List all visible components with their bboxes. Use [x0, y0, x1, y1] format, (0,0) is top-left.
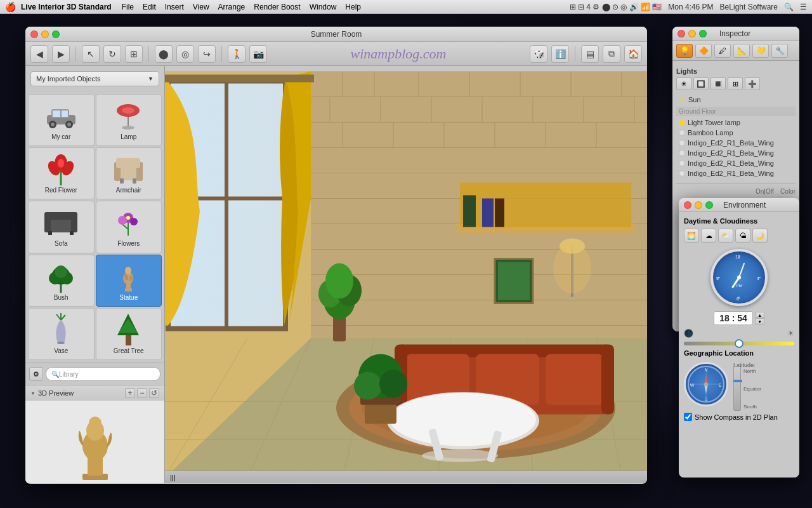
brightness-high-icon: ☀ — [787, 329, 794, 338]
light-item-3[interactable]: Indigo_Ed2_R1_Beta_Wing — [676, 148, 796, 158]
menu-help[interactable]: Help — [345, 3, 361, 11]
light-item-4[interactable]: Indigo_Ed2_R1_Beta_Wing — [676, 158, 796, 168]
search-icon[interactable]: 🔍 — [784, 3, 794, 11]
object-item-lamp[interactable]: Lamp — [96, 94, 162, 146]
info-button[interactable]: ℹ️ — [551, 45, 569, 63]
object-item-bush[interactable]: Bush — [28, 255, 95, 307]
brightness-slider[interactable] — [684, 342, 794, 345]
slider-thumb[interactable] — [735, 339, 743, 348]
minimize-button[interactable] — [41, 30, 49, 38]
time-decrement-button[interactable]: ▼ — [756, 318, 764, 324]
object-item-greattree[interactable]: Great Tree — [96, 308, 162, 360]
svg-text:S: S — [705, 397, 708, 401]
env-maximize-button[interactable] — [705, 201, 713, 209]
person-tool-button[interactable]: 🚶 — [228, 45, 246, 63]
menu-edit[interactable]: Edit — [143, 3, 156, 11]
insp-material-button[interactable]: 🔶 — [695, 44, 712, 58]
zoom-in-button[interactable]: + — [125, 388, 135, 398]
scroll-handle[interactable]: ||| — [170, 474, 176, 481]
light-add-button[interactable]: ➕ — [745, 77, 760, 90]
menu-view[interactable]: View — [193, 3, 209, 11]
light-item-0[interactable]: Light Tower lamp — [676, 117, 796, 128]
select-tool-button[interactable]: ↖ — [82, 45, 100, 63]
svg-point-11 — [122, 107, 134, 114]
object-label-mycar: My car — [51, 133, 70, 140]
env-minimize-button[interactable] — [695, 201, 702, 209]
obj3d-button[interactable]: 🎲 — [530, 45, 547, 63]
rotate-tool-button[interactable]: ↻ — [103, 45, 121, 63]
zoom-out-button[interactable]: − — [137, 388, 147, 398]
object-item-statue[interactable]: Statue — [96, 255, 162, 307]
preview-header: ▼ 3D Preview + − ↺ — [25, 385, 164, 401]
env-time-btn-0[interactable]: 🌅 — [684, 229, 699, 243]
shape-arrow-button[interactable]: ↪ — [198, 45, 216, 63]
menu-window[interactable]: Window — [310, 3, 337, 11]
shape-ring-button[interactable]: ◎ — [176, 45, 194, 63]
insp-extra-button[interactable]: 🔧 — [771, 44, 788, 58]
env-time-btn-3[interactable]: 🌤 — [735, 229, 750, 243]
svg-rect-114 — [498, 262, 530, 300]
time-increment-button[interactable]: ▲ — [756, 312, 764, 318]
time-stepper: ▲ ▼ — [756, 312, 764, 324]
main-canvas[interactable]: ||| — [165, 66, 647, 483]
maximize-button[interactable] — [52, 30, 60, 38]
object-item-armchair[interactable]: Armchair — [96, 147, 162, 199]
light-item-sun[interactable]: ☀ Sun — [676, 94, 796, 105]
nav-forward-button[interactable]: ▶ — [52, 45, 70, 63]
object-item-mycar[interactable]: My car — [28, 94, 95, 146]
time-display[interactable]: 18 : 54 — [714, 311, 753, 325]
light-item-2[interactable]: Indigo_Ed2_R1_Beta_Wing — [676, 138, 796, 148]
object-item-flowers[interactable]: Flowers — [96, 201, 162, 253]
collapse-icon[interactable]: ▼ — [30, 391, 36, 396]
close-button[interactable] — [30, 30, 38, 38]
menu-file[interactable]: File — [122, 3, 134, 11]
svg-rect-22 — [133, 178, 136, 184]
env-time-btn-4[interactable]: 🌙 — [752, 229, 768, 243]
view2d-button[interactable]: ▤ — [581, 45, 599, 63]
compass-checkbox[interactable] — [684, 413, 692, 421]
light-type-3-button[interactable]: 🔳 — [710, 77, 726, 90]
search-bar[interactable]: 🔍 Library — [46, 367, 160, 381]
lat-slider-thumb[interactable] — [733, 380, 742, 382]
zoom-reset-button[interactable]: ↺ — [149, 388, 159, 398]
env-time-btn-2[interactable]: ⛅ — [718, 229, 733, 243]
insp-dimensions-button[interactable]: 📐 — [733, 44, 750, 58]
color-label: Color — [780, 188, 796, 195]
inspector-minimize-button[interactable] — [688, 30, 696, 37]
light-item-5[interactable]: Indigo_Ed2_R1_Beta_Wing — [676, 168, 796, 178]
view3d-button[interactable]: ⧉ — [603, 45, 620, 63]
sun-icon: ☀ — [679, 95, 686, 104]
object-item-redflower[interactable]: Red Flower — [28, 147, 95, 199]
inspector-maximize-button[interactable] — [699, 30, 707, 37]
inspector-close-button[interactable] — [678, 30, 685, 37]
object-item-vase[interactable]: Vase — [28, 308, 95, 360]
home-button[interactable]: 🏠 — [624, 45, 642, 63]
insp-color-button[interactable]: 💛 — [752, 44, 769, 58]
menu-arrange[interactable]: Arrange — [218, 3, 246, 11]
env-time-btn-1[interactable]: ☁ — [701, 229, 716, 243]
object-item-sofa[interactable]: Sofa — [28, 201, 95, 253]
env-close-button[interactable] — [684, 201, 691, 209]
insp-texture-button[interactable]: 🖊 — [714, 44, 731, 58]
nav-back-button[interactable]: ◀ — [30, 45, 48, 63]
lat-slider[interactable] — [733, 366, 741, 411]
svg-marker-54 — [119, 319, 138, 333]
light-type-2-button[interactable]: 🔲 — [693, 77, 709, 90]
light-type-4-button[interactable]: ⊞ — [728, 77, 743, 90]
insp-lights-button[interactable]: 💡 — [676, 44, 693, 58]
objects-dropdown[interactable]: My Imported Objects ▼ — [30, 71, 159, 86]
menu-insert[interactable]: Insert — [165, 3, 184, 11]
shape-circle-button[interactable]: ⬤ — [155, 45, 173, 63]
menubar-list-icon[interactable]: ☰ — [800, 3, 807, 11]
camera-button[interactable]: 📷 — [249, 45, 267, 63]
add-light-button[interactable]: ☀ — [676, 77, 691, 90]
grid-tool-button[interactable]: ⊞ — [125, 45, 143, 63]
gear-button[interactable]: ⚙ — [29, 367, 43, 381]
object-thumb-greattree — [110, 311, 148, 346]
apple-menu[interactable]: 🍎 — [5, 2, 16, 12]
light-on-icon-0 — [679, 119, 685, 126]
watermark: winampblog.com — [271, 46, 526, 62]
menu-render[interactable]: Render Boost — [254, 3, 300, 11]
compass[interactable]: N E S W — [684, 362, 728, 406]
light-item-1[interactable]: Bamboo Lamp — [676, 128, 796, 138]
